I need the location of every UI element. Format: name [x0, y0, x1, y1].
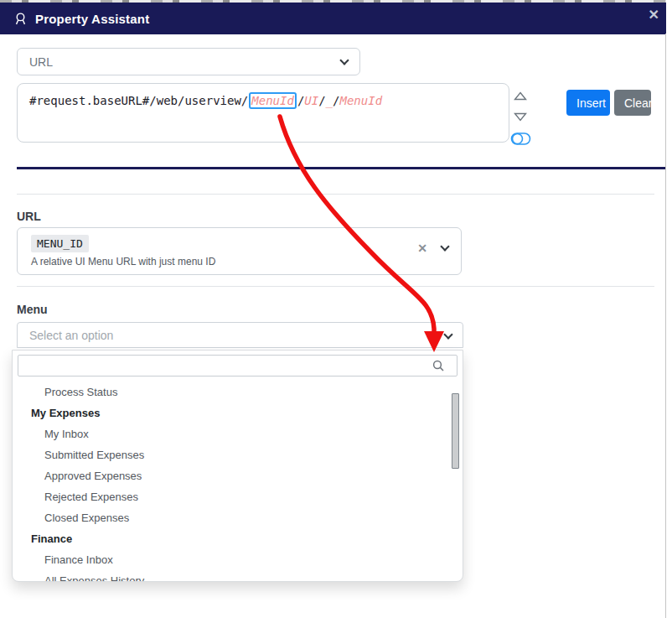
dropdown-group-header: My Expenses	[13, 402, 463, 423]
dropdown-item[interactable]: Finance Inbox	[13, 549, 463, 570]
expression-part: /	[318, 94, 325, 107]
dialog-header: Property Assistant	[0, 3, 666, 34]
menu-select[interactable]: Select an option	[17, 322, 463, 348]
property-type-select[interactable]: URL	[17, 48, 360, 75]
expression-part: UI	[304, 94, 318, 107]
dropdown-search-input[interactable]	[18, 355, 457, 377]
search-icon	[432, 360, 444, 371]
dropdown-item[interactable]: My Inbox	[13, 423, 463, 444]
clear-selection-icon[interactable]: ✕	[417, 241, 427, 255]
expression-spinners	[512, 89, 530, 126]
menu-dropdown-panel: Process StatusMy ExpensesMy InboxSubmitt…	[12, 350, 463, 582]
expression-part: _	[326, 94, 333, 107]
chevron-down-icon	[440, 241, 449, 251]
dropdown-item[interactable]: Rejected Expenses	[13, 486, 463, 507]
section-divider	[17, 167, 665, 169]
dialog-title: Property Assistant	[35, 12, 149, 26]
property-assistant-dialog: Property Assistant ✕ URL #request.baseUR…	[0, 0, 672, 618]
dropdown-item[interactable]: Submitted Expenses	[13, 444, 463, 465]
dropdown-item[interactable]: Approved Expenses	[13, 465, 463, 486]
expression-highlighted-token: MenuId	[249, 92, 297, 109]
move-up-button[interactable]	[512, 89, 529, 105]
menu-field-label: Menu	[17, 303, 48, 316]
url-field-label: URL	[17, 210, 41, 223]
expression-editor[interactable]: #request.baseURL#/web/userview/MenuId/UI…	[17, 83, 509, 143]
menu-select-placeholder: Select an option	[29, 329, 113, 342]
dialog-right-border	[665, 34, 666, 618]
dropdown-group-header: Finance	[13, 528, 463, 549]
row-divider	[17, 286, 654, 287]
url-variable-select[interactable]: MENU_ID A relative UI Menu URL with just…	[17, 227, 462, 275]
dropdown-item[interactable]: All Expenses History	[13, 570, 463, 582]
assistant-person-icon	[13, 12, 28, 26]
expression-part: #request.baseURL#/web/userview/	[29, 94, 248, 107]
insert-button[interactable]: Insert	[566, 90, 610, 116]
chevron-down-icon	[339, 55, 349, 65]
chevron-down-icon	[443, 330, 452, 339]
property-type-value: URL	[29, 55, 53, 69]
expression-part: MenuId	[339, 94, 382, 107]
row-divider	[17, 194, 654, 195]
move-down-button[interactable]	[512, 110, 529, 126]
url-variable-description: A relative UI Menu URL with just menu ID	[31, 256, 447, 267]
dropdown-item[interactable]: Closed Expenses	[13, 507, 463, 528]
url-variable-tag: MENU_ID	[31, 235, 89, 252]
dropdown-scrollbar-thumb[interactable]	[452, 393, 459, 469]
close-icon[interactable]: ✕	[649, 8, 659, 22]
menu-dropdown-list: Process StatusMy ExpensesMy InboxSubmitt…	[13, 382, 463, 582]
dropdown-item[interactable]: Process Status	[13, 382, 463, 402]
clear-button[interactable]: Clear	[614, 90, 651, 116]
expression-text: #request.baseURL#/web/userview/MenuId/UI…	[29, 94, 382, 107]
toggle-mode-icon[interactable]	[510, 132, 531, 149]
